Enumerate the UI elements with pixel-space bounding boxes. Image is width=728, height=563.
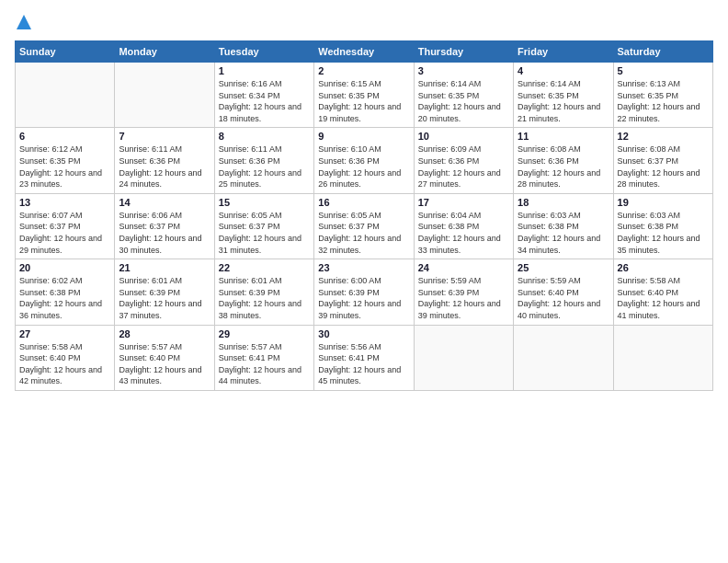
day-number: 18 xyxy=(518,197,609,208)
day-cell: 11Sunrise: 6:08 AM Sunset: 6:36 PM Dayli… xyxy=(514,128,613,193)
day-number: 2 xyxy=(318,65,409,76)
day-number: 28 xyxy=(119,328,210,339)
day-info: Sunrise: 6:05 AM Sunset: 6:37 PM Dayligh… xyxy=(318,210,409,256)
day-info: Sunrise: 6:14 AM Sunset: 6:35 PM Dayligh… xyxy=(518,78,609,124)
day-cell: 1Sunrise: 6:16 AM Sunset: 6:34 PM Daylig… xyxy=(214,63,313,128)
day-cell: 5Sunrise: 6:13 AM Sunset: 6:35 PM Daylig… xyxy=(613,63,712,128)
day-cell: 23Sunrise: 6:00 AM Sunset: 6:39 PM Dayli… xyxy=(314,259,414,325)
day-cell: 26Sunrise: 5:58 AM Sunset: 6:40 PM Dayli… xyxy=(613,259,712,325)
day-number: 17 xyxy=(418,197,509,208)
logo xyxy=(15,15,31,33)
day-cell: 29Sunrise: 5:57 AM Sunset: 6:41 PM Dayli… xyxy=(214,325,313,390)
day-info: Sunrise: 6:01 AM Sunset: 6:39 PM Dayligh… xyxy=(119,275,210,321)
day-number: 6 xyxy=(19,131,110,142)
day-cell: 20Sunrise: 6:02 AM Sunset: 6:38 PM Dayli… xyxy=(16,259,115,325)
day-cell: 21Sunrise: 6:01 AM Sunset: 6:39 PM Dayli… xyxy=(115,259,214,325)
day-number: 15 xyxy=(219,197,310,208)
day-cell: 6Sunrise: 6:12 AM Sunset: 6:35 PM Daylig… xyxy=(16,128,115,193)
week-row: 13Sunrise: 6:07 AM Sunset: 6:37 PM Dayli… xyxy=(16,193,713,259)
day-info: Sunrise: 5:59 AM Sunset: 6:40 PM Dayligh… xyxy=(518,275,609,321)
day-info: Sunrise: 6:13 AM Sunset: 6:35 PM Dayligh… xyxy=(618,78,709,124)
header-cell: Monday xyxy=(115,41,214,63)
week-row: 6Sunrise: 6:12 AM Sunset: 6:35 PM Daylig… xyxy=(16,128,713,193)
page-header xyxy=(15,15,713,33)
day-number: 21 xyxy=(119,262,210,273)
day-cell: 14Sunrise: 6:06 AM Sunset: 6:37 PM Dayli… xyxy=(115,193,214,259)
day-cell: 4Sunrise: 6:14 AM Sunset: 6:35 PM Daylig… xyxy=(514,63,613,128)
day-info: Sunrise: 6:16 AM Sunset: 6:34 PM Dayligh… xyxy=(219,78,310,124)
day-cell: 16Sunrise: 6:05 AM Sunset: 6:37 PM Dayli… xyxy=(314,193,414,259)
day-number: 26 xyxy=(618,262,709,273)
day-cell: 3Sunrise: 6:14 AM Sunset: 6:35 PM Daylig… xyxy=(414,63,513,128)
day-info: Sunrise: 6:09 AM Sunset: 6:36 PM Dayligh… xyxy=(418,144,509,190)
day-info: Sunrise: 6:15 AM Sunset: 6:35 PM Dayligh… xyxy=(318,78,409,124)
day-info: Sunrise: 6:10 AM Sunset: 6:36 PM Dayligh… xyxy=(318,144,409,190)
day-number: 13 xyxy=(19,197,110,208)
day-number: 30 xyxy=(318,328,409,339)
day-cell: 7Sunrise: 6:11 AM Sunset: 6:36 PM Daylig… xyxy=(115,128,214,193)
logo-icon xyxy=(17,15,31,33)
header-cell: Thursday xyxy=(414,41,513,63)
day-cell xyxy=(115,63,214,128)
day-info: Sunrise: 6:03 AM Sunset: 6:38 PM Dayligh… xyxy=(518,210,609,256)
svg-marker-0 xyxy=(17,15,31,29)
day-cell: 8Sunrise: 6:11 AM Sunset: 6:36 PM Daylig… xyxy=(214,128,313,193)
day-cell: 19Sunrise: 6:03 AM Sunset: 6:38 PM Dayli… xyxy=(613,193,712,259)
header-cell: Tuesday xyxy=(214,41,313,63)
day-number: 23 xyxy=(318,262,409,273)
day-info: Sunrise: 6:08 AM Sunset: 6:37 PM Dayligh… xyxy=(618,144,709,190)
day-cell: 22Sunrise: 6:01 AM Sunset: 6:39 PM Dayli… xyxy=(214,259,313,325)
day-info: Sunrise: 5:58 AM Sunset: 6:40 PM Dayligh… xyxy=(618,275,709,321)
day-number: 20 xyxy=(19,262,110,273)
day-cell: 18Sunrise: 6:03 AM Sunset: 6:38 PM Dayli… xyxy=(514,193,613,259)
day-cell: 12Sunrise: 6:08 AM Sunset: 6:37 PM Dayli… xyxy=(613,128,712,193)
day-cell xyxy=(514,325,613,390)
day-number: 8 xyxy=(219,131,310,142)
day-number: 25 xyxy=(518,262,609,273)
day-number: 7 xyxy=(119,131,210,142)
day-number: 22 xyxy=(219,262,310,273)
day-number: 12 xyxy=(618,131,709,142)
day-cell: 13Sunrise: 6:07 AM Sunset: 6:37 PM Dayli… xyxy=(16,193,115,259)
day-cell: 15Sunrise: 6:05 AM Sunset: 6:37 PM Dayli… xyxy=(214,193,313,259)
day-number: 29 xyxy=(219,328,310,339)
day-number: 3 xyxy=(418,65,509,76)
day-info: Sunrise: 6:04 AM Sunset: 6:38 PM Dayligh… xyxy=(418,210,509,256)
day-info: Sunrise: 6:06 AM Sunset: 6:37 PM Dayligh… xyxy=(119,210,210,256)
week-row: 20Sunrise: 6:02 AM Sunset: 6:38 PM Dayli… xyxy=(16,259,713,325)
day-info: Sunrise: 6:03 AM Sunset: 6:38 PM Dayligh… xyxy=(618,210,709,256)
day-info: Sunrise: 6:11 AM Sunset: 6:36 PM Dayligh… xyxy=(219,144,310,190)
day-number: 10 xyxy=(418,131,509,142)
day-cell: 10Sunrise: 6:09 AM Sunset: 6:36 PM Dayli… xyxy=(414,128,513,193)
day-number: 24 xyxy=(418,262,509,273)
day-cell: 24Sunrise: 5:59 AM Sunset: 6:39 PM Dayli… xyxy=(414,259,513,325)
day-info: Sunrise: 6:07 AM Sunset: 6:37 PM Dayligh… xyxy=(19,210,110,256)
day-info: Sunrise: 6:00 AM Sunset: 6:39 PM Dayligh… xyxy=(318,275,409,321)
day-info: Sunrise: 6:01 AM Sunset: 6:39 PM Dayligh… xyxy=(219,275,310,321)
day-cell: 30Sunrise: 5:56 AM Sunset: 6:41 PM Dayli… xyxy=(314,325,414,390)
week-row: 27Sunrise: 5:58 AM Sunset: 6:40 PM Dayli… xyxy=(16,325,713,390)
week-row: 1Sunrise: 6:16 AM Sunset: 6:34 PM Daylig… xyxy=(16,63,713,128)
day-info: Sunrise: 6:11 AM Sunset: 6:36 PM Dayligh… xyxy=(119,144,210,190)
day-cell xyxy=(613,325,712,390)
day-info: Sunrise: 5:58 AM Sunset: 6:40 PM Dayligh… xyxy=(19,341,110,387)
header-row: SundayMondayTuesdayWednesdayThursdayFrid… xyxy=(16,41,713,63)
calendar-table: SundayMondayTuesdayWednesdayThursdayFrid… xyxy=(15,40,713,391)
day-cell: 17Sunrise: 6:04 AM Sunset: 6:38 PM Dayli… xyxy=(414,193,513,259)
header-cell: Friday xyxy=(514,41,613,63)
day-info: Sunrise: 6:12 AM Sunset: 6:35 PM Dayligh… xyxy=(19,144,110,190)
day-cell: 9Sunrise: 6:10 AM Sunset: 6:36 PM Daylig… xyxy=(314,128,414,193)
header-cell: Wednesday xyxy=(314,41,414,63)
day-info: Sunrise: 6:14 AM Sunset: 6:35 PM Dayligh… xyxy=(418,78,509,124)
day-number: 19 xyxy=(618,197,709,208)
day-info: Sunrise: 5:57 AM Sunset: 6:40 PM Dayligh… xyxy=(119,341,210,387)
day-number: 11 xyxy=(518,131,609,142)
day-cell: 28Sunrise: 5:57 AM Sunset: 6:40 PM Dayli… xyxy=(115,325,214,390)
day-number: 14 xyxy=(119,197,210,208)
day-cell: 25Sunrise: 5:59 AM Sunset: 6:40 PM Dayli… xyxy=(514,259,613,325)
day-info: Sunrise: 5:59 AM Sunset: 6:39 PM Dayligh… xyxy=(418,275,509,321)
day-info: Sunrise: 6:02 AM Sunset: 6:38 PM Dayligh… xyxy=(19,275,110,321)
day-cell xyxy=(16,63,115,128)
header-cell: Saturday xyxy=(613,41,712,63)
day-info: Sunrise: 6:08 AM Sunset: 6:36 PM Dayligh… xyxy=(518,144,609,190)
